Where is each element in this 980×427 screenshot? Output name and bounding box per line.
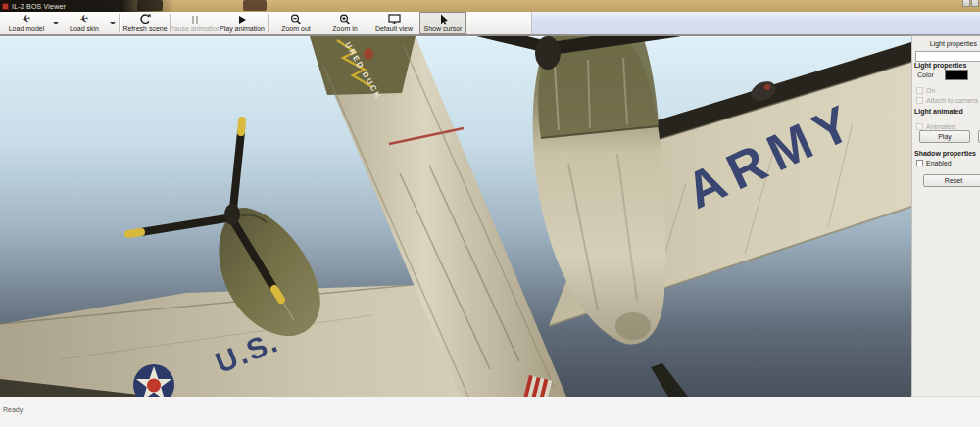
zoom-in-button[interactable]: Zoom in xyxy=(321,12,368,34)
panel-header: Light properties xyxy=(930,40,977,47)
cursor-icon xyxy=(437,14,449,24)
light-selector-combobox[interactable] xyxy=(915,51,980,62)
airplane-icon: ✈ xyxy=(22,14,30,24)
desktop-artifact xyxy=(243,0,267,11)
airplane-icon: ✈ xyxy=(79,14,88,24)
zoom-in-icon xyxy=(339,14,351,24)
refresh-icon xyxy=(139,14,151,24)
window-title: IL-2 BOS Viewer xyxy=(12,3,66,10)
checkbox-icon xyxy=(916,97,923,104)
checkbox-icon xyxy=(916,123,923,130)
close-button[interactable] xyxy=(971,0,979,7)
left-spinner xyxy=(224,204,240,225)
reset-button[interactable]: Reset xyxy=(923,174,980,187)
load-model-dropdown[interactable] xyxy=(51,12,61,34)
show-cursor-button[interactable]: Show cursor xyxy=(419,12,466,34)
right-spinner xyxy=(535,36,561,70)
status-text: Ready xyxy=(3,406,23,413)
light-properties-panel: Light properties Light properties Color … xyxy=(911,35,980,396)
group-light-properties: Light properties xyxy=(914,62,966,69)
load-skin-button[interactable]: ✈ Load skin xyxy=(61,12,108,34)
status-bar: Ready xyxy=(0,396,980,427)
group-shadow-properties: Shadow properties xyxy=(914,150,976,157)
toolbar: ✈ Load model ✈ Load skin Refresh scene xyxy=(0,12,980,35)
play-icon xyxy=(239,14,246,24)
minimize-button[interactable] xyxy=(962,0,970,7)
content-area: ARMY U.S. xyxy=(0,35,980,396)
checkbox-icon xyxy=(916,160,923,166)
zoom-out-button[interactable]: Zoom out xyxy=(270,12,321,34)
zoom-out-icon xyxy=(290,14,302,24)
app-icon xyxy=(2,3,9,10)
play-light-button[interactable]: Play xyxy=(919,130,970,143)
monitor-icon xyxy=(388,14,401,24)
color-swatch[interactable] xyxy=(945,70,968,80)
load-model-button[interactable]: ✈ Load model xyxy=(2,12,51,34)
checkbox-attach-to-camera: Attach to camera xyxy=(916,97,978,104)
color-label: Color xyxy=(917,71,934,78)
desktop-artifact xyxy=(137,0,163,11)
checkbox-icon xyxy=(916,87,923,94)
color-row: Color xyxy=(917,71,934,78)
viewport-3d[interactable]: ARMY U.S. xyxy=(0,35,911,396)
pause-animation-button: Pause animation xyxy=(172,12,218,34)
toolbar-main: ✈ Load model ✈ Load skin Refresh scene xyxy=(0,12,532,34)
load-skin-dropdown[interactable] xyxy=(108,12,118,34)
window-controls xyxy=(962,0,979,7)
refresh-scene-button[interactable]: Refresh scene xyxy=(122,12,169,34)
checkbox-enabled[interactable]: Enabled xyxy=(916,160,952,166)
toolbar-separator xyxy=(119,14,121,32)
checkbox-on: On xyxy=(916,87,935,94)
toolbar-separator xyxy=(268,14,270,32)
group-light-animated: Light animated xyxy=(914,108,963,115)
app-window: IL-2 BOS Viewer ✈ Load model ✈ Load skin xyxy=(0,0,980,427)
play-animation-button[interactable]: Play animation xyxy=(218,12,267,34)
title-bar: IL-2 BOS Viewer xyxy=(0,0,980,12)
pause-icon xyxy=(192,14,198,24)
default-view-button[interactable]: Default view xyxy=(368,12,419,34)
toolbar-filler xyxy=(532,12,980,34)
chevron-down-icon xyxy=(110,22,116,24)
chevron-down-icon xyxy=(53,22,59,24)
checkbox-animated: Animated xyxy=(916,123,956,130)
